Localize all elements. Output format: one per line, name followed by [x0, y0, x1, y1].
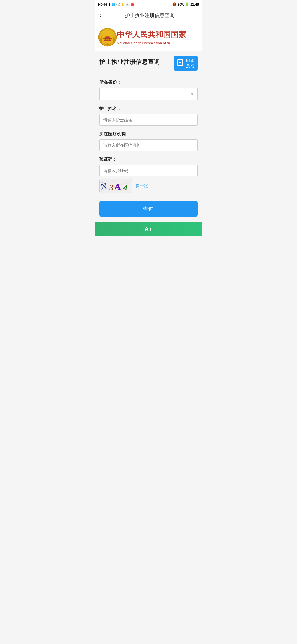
province-select-wrapper: 北京市 上海市 广东省 浙江省 江苏省 四川省 湖北省 湖南省 山东省 河南省 … [99, 88, 198, 100]
captcha-input[interactable] [99, 165, 198, 176]
captcha-refresh-button[interactable]: 换一张 [136, 184, 148, 189]
captcha-field-group: 验证码： [99, 157, 198, 193]
svg-text:A: A [114, 182, 121, 192]
feedback-button[interactable]: ? 问题 反馈 [174, 56, 198, 71]
svg-rect-5 [106, 36, 110, 38]
status-signal2: ⬆ [108, 3, 111, 6]
svg-rect-9 [110, 39, 111, 40]
feedback-text: 问题 反馈 [186, 58, 194, 69]
national-emblem-icon: ★ ★ ★ ★ ★ [98, 28, 117, 47]
svg-rect-8 [104, 39, 105, 40]
institution-field-group: 所在医疗机构： [99, 131, 198, 151]
svg-text:?: ? [182, 63, 184, 66]
svg-text:3: 3 [109, 183, 114, 192]
nav-bar: ‹ 护士执业注册信息查询 [95, 9, 202, 22]
captcha-image[interactable]: N 3 A 4 [99, 179, 132, 193]
form-section: 所在省份： 北京市 上海市 广东省 浙江省 江苏省 四川省 湖北省 湖南省 山东… [99, 80, 198, 217]
status-left: HD 4G ⬆ 🌐 💬 ✋ ☕ 🔴 [98, 3, 134, 6]
banner-title-cn: 中华人民共和国国家 [117, 29, 186, 40]
banner: ★ ★ ★ ★ ★ 中华人民共和国国家 National Health Comm… [95, 22, 202, 51]
status-icons: 🌐 💬 ✋ ☕ 🔴 [112, 3, 134, 6]
svg-rect-7 [108, 39, 109, 40]
province-field-group: 所在省份： 北京市 上海市 广东省 浙江省 江苏省 四川省 湖北省 湖南省 山东… [99, 80, 198, 100]
institution-label: 所在医疗机构： [99, 131, 198, 137]
svg-text:★: ★ [107, 35, 108, 37]
name-input[interactable] [99, 114, 198, 126]
svg-text:★: ★ [106, 33, 107, 34]
status-right: 🔕 96% 🔋 21:48 [172, 2, 199, 6]
status-time: 21:48 [190, 2, 199, 6]
bottom-bar: Ai [95, 222, 202, 236]
svg-point-15 [107, 43, 108, 45]
svg-point-24 [113, 181, 113, 182]
feedback-icon: ? [177, 59, 185, 68]
captcha-row: N 3 A 4 换一张 [99, 179, 198, 193]
svg-text:N: N [100, 181, 108, 192]
status-battery: 96% 🔋 [178, 2, 189, 6]
name-field-group: 护士姓名： [99, 106, 198, 126]
banner-text: 中华人民共和国国家 National Health Commission of … [117, 29, 186, 45]
name-label: 护士姓名： [99, 106, 198, 112]
svg-point-28 [109, 184, 109, 185]
svg-text:★: ★ [105, 34, 106, 35]
status-signal: HD [98, 3, 103, 6]
svg-text:★: ★ [109, 34, 110, 35]
main-content: ? 问题 反馈 护士执业注册信息查询 所在省份： 北京市 上海市 广东省 浙江省 [95, 51, 202, 222]
svg-point-25 [121, 190, 121, 190]
back-button[interactable]: ‹ [99, 12, 101, 18]
feedback-line1: 问题 [186, 58, 194, 63]
feedback-document-icon: ? [177, 59, 185, 67]
svg-text:★: ★ [108, 33, 109, 34]
status-4g: 4G [103, 3, 108, 6]
svg-rect-6 [106, 39, 107, 40]
nav-title: 护士执业注册信息查询 [101, 12, 198, 19]
institution-input[interactable] [99, 139, 198, 151]
feedback-line2: 反馈 [186, 63, 194, 69]
captcha-label: 验证码： [99, 157, 198, 162]
heading-section: ? 问题 反馈 护士执业注册信息查询 [99, 58, 198, 73]
province-label: 所在省份： [99, 80, 198, 85]
status-bar: HD 4G ⬆ 🌐 💬 ✋ ☕ 🔴 🔕 96% 🔋 21:48 [95, 0, 202, 9]
captcha-svg: N 3 A 4 [100, 179, 132, 193]
submit-button[interactable]: 查询 [99, 201, 198, 217]
bottom-bar-text: Ai [145, 226, 152, 232]
province-select[interactable]: 北京市 上海市 广东省 浙江省 江苏省 四川省 湖北省 湖南省 山东省 河南省 [99, 88, 198, 100]
status-mute-icon: 🔕 [172, 2, 177, 6]
banner-title-en: National Health Commission of th [117, 41, 186, 45]
